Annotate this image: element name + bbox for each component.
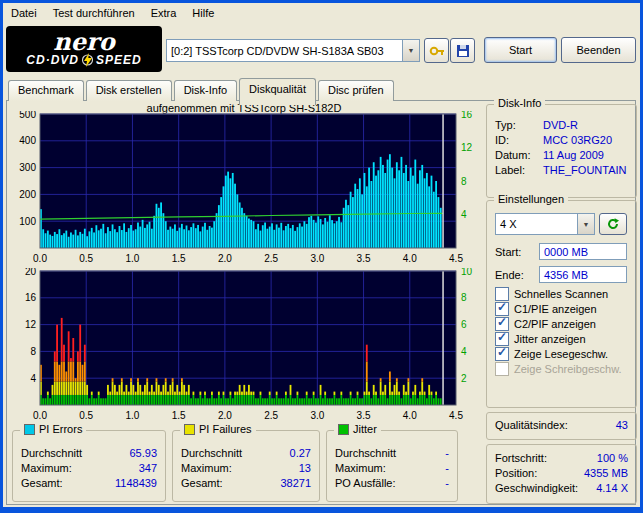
- speed-value: 4.14 X: [596, 482, 628, 494]
- svg-text:3.5: 3.5: [357, 253, 371, 263]
- menu-item-hilfe[interactable]: Hilfe: [184, 5, 222, 21]
- disk-info-value: MCC 03RG20: [543, 134, 612, 146]
- drive-select[interactable]: [0:2] TSSTcorp CD/DVDW SH-S183A SB03 ▼: [166, 39, 420, 62]
- checkbox-label: Zeige Lesegeschw.: [514, 348, 608, 360]
- jitter-title: Jitter: [353, 423, 377, 435]
- svg-text:0.5: 0.5: [79, 410, 93, 420]
- stat-label: Maximum:: [335, 462, 386, 474]
- quit-button[interactable]: Beenden: [561, 37, 636, 63]
- speed-label: Geschwindigkeit:: [495, 482, 578, 494]
- stat-label: Gesamt:: [21, 477, 63, 489]
- jitter-swatch-icon: [338, 424, 349, 435]
- svg-text:2.0: 2.0: [218, 410, 232, 420]
- svg-text:4: 4: [461, 346, 467, 357]
- save-button[interactable]: [450, 38, 475, 63]
- chevron-down-icon[interactable]: ▼: [577, 214, 594, 234]
- svg-text:2.5: 2.5: [264, 253, 278, 263]
- speed-select[interactable]: 4 X ▼: [495, 213, 595, 235]
- disk-info-label: ID:: [495, 134, 509, 146]
- stat-label: Durchschnitt: [21, 447, 82, 459]
- svg-text:8: 8: [461, 292, 467, 303]
- svg-text:4.0: 4.0: [403, 253, 417, 263]
- checkbox-jitter[interactable]: Jitter anzeigen: [495, 332, 632, 346]
- svg-text:20: 20: [25, 268, 37, 277]
- svg-text:0.5: 0.5: [79, 253, 93, 263]
- svg-text:2.5: 2.5: [264, 410, 278, 420]
- disk-info-value: DVD-R: [543, 119, 578, 131]
- svg-text:4.5: 4.5: [449, 253, 463, 263]
- key-icon: [429, 43, 445, 59]
- refresh-icon: [606, 217, 620, 231]
- quality-index-group: Qualitätsindex: 43: [486, 412, 637, 440]
- start-field[interactable]: 0000 MB: [539, 243, 627, 260]
- tab-disk-erstellen[interactable]: Disk erstellen: [86, 80, 172, 101]
- svg-text:10: 10: [461, 268, 473, 277]
- tab-disc-pruefen[interactable]: Disc prüfen: [318, 80, 394, 101]
- checkbox-box[interactable]: [495, 347, 509, 361]
- window-border-bottom: [0, 507, 643, 513]
- stat-value: -: [445, 447, 449, 459]
- checkbox-schnelles-scannen[interactable]: Schnelles Scannen: [495, 287, 632, 301]
- options-button[interactable]: [424, 38, 449, 63]
- disk-info-caption: Disk-Info: [494, 97, 545, 109]
- checkbox-label: C2/PIF anzeigen: [514, 318, 596, 330]
- stat-label: Maximum:: [21, 462, 72, 474]
- svg-text:1.0: 1.0: [125, 410, 139, 420]
- stat-value: 65.93: [129, 447, 157, 459]
- disk-info-value: THE_FOUNTAIN: [543, 164, 627, 176]
- nero-logo: nero CD·DVD SPEED: [6, 26, 162, 72]
- position-value: 4355 MB: [584, 467, 628, 479]
- stat-value: 1148439: [115, 477, 157, 489]
- speed-select-value: 4 X: [496, 218, 521, 230]
- svg-text:3.0: 3.0: [310, 253, 324, 263]
- svg-text:0.0: 0.0: [33, 253, 47, 263]
- menu-item-extra[interactable]: Extra: [143, 5, 185, 21]
- svg-text:1.0: 1.0: [125, 253, 139, 263]
- svg-text:4.0: 4.0: [403, 410, 417, 420]
- stat-label: PO Ausfälle:: [335, 477, 396, 489]
- quality-index-value: 43: [616, 419, 628, 431]
- pi-failures-swatch-icon: [184, 424, 195, 435]
- svg-text:400: 400: [19, 135, 36, 146]
- drive-select-value: [0:2] TSSTcorp CD/DVDW SH-S183A SB03: [167, 45, 388, 57]
- settings-group: Einstellungen 4 X ▼ Start: 0000 MB Ende:…: [486, 200, 637, 408]
- checkbox-box[interactable]: [495, 302, 509, 316]
- svg-text:12: 12: [461, 142, 473, 153]
- svg-text:1.5: 1.5: [172, 410, 186, 420]
- checkbox-box[interactable]: [495, 317, 509, 331]
- lightning-bolt-icon: [82, 53, 93, 67]
- checkbox-box[interactable]: [495, 332, 509, 346]
- progress-group: Fortschritt:100 % Position:4355 MB Gesch…: [486, 444, 637, 504]
- tab-benchmark[interactable]: Benchmark: [8, 80, 84, 101]
- disk-info-label: Label:: [495, 164, 525, 176]
- stat-label: Maximum:: [181, 462, 232, 474]
- settings-caption: Einstellungen: [494, 193, 568, 205]
- chevron-down-icon[interactable]: ▼: [402, 40, 419, 61]
- start-label: Start:: [495, 246, 521, 258]
- svg-text:0.0: 0.0: [33, 410, 47, 420]
- checkbox-box[interactable]: [495, 287, 509, 301]
- pi-errors-swatch-icon: [24, 424, 35, 435]
- refresh-button[interactable]: [599, 213, 627, 235]
- menu-item-datei[interactable]: Datei: [3, 5, 45, 21]
- stat-label: Gesamt:: [181, 477, 223, 489]
- disk-info-group: Disk-Info Typ:DVD-R ID:MCC 03RG20 Datum:…: [486, 104, 637, 198]
- position-label: Position:: [495, 467, 537, 479]
- checkbox-c1-pie[interactable]: C1/PIE anzeigen: [495, 302, 632, 316]
- checkbox-lesegeschwindigkeit[interactable]: Zeige Lesegeschw.: [495, 347, 632, 361]
- svg-text:4: 4: [30, 373, 36, 384]
- tab-disk-info[interactable]: Disk-Info: [174, 80, 237, 101]
- pi-failures-summary-group: PI Failures Durchschnitt0.27 Maximum:13 …: [172, 430, 320, 502]
- menu-bar: Datei Test durchführen Extra Hilfe: [3, 3, 640, 23]
- menu-item-test-durchfuehren[interactable]: Test durchführen: [45, 5, 143, 21]
- stat-value: 13: [299, 462, 311, 474]
- nero-product-text: CD·DVD SPEED: [26, 53, 141, 67]
- logo-speed-text: SPEED: [96, 53, 142, 67]
- svg-text:8: 8: [461, 176, 467, 187]
- end-field[interactable]: 4356 MB: [539, 266, 627, 283]
- checkbox-label: Zeige Schreibgeschw.: [514, 363, 622, 375]
- tab-diskqualitaet[interactable]: Diskqualität: [239, 78, 316, 105]
- checkbox-c2-pif[interactable]: C2/PIF anzeigen: [495, 317, 632, 331]
- svg-text:1.5: 1.5: [172, 253, 186, 263]
- start-button[interactable]: Start: [484, 37, 557, 63]
